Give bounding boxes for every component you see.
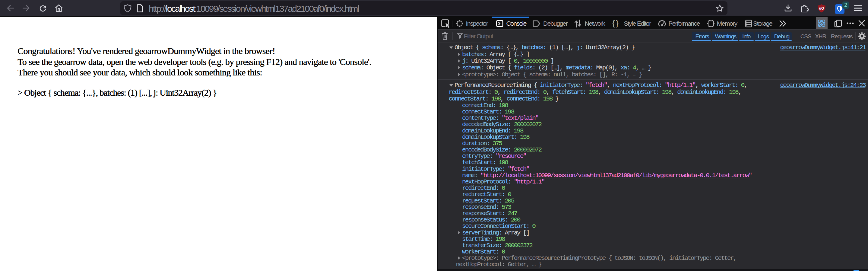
svg-text:uO: uO — [819, 6, 824, 10]
